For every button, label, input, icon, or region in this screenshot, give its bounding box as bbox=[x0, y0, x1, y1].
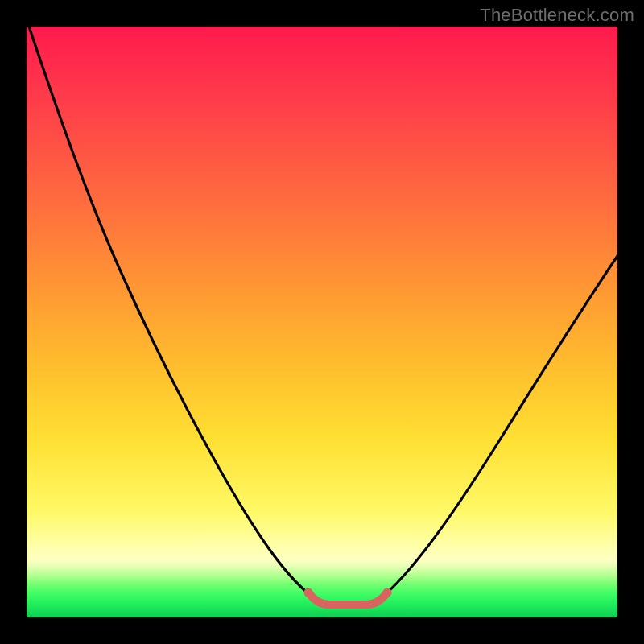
trough-end-right bbox=[383, 588, 392, 597]
plot-area bbox=[27, 27, 617, 617]
curve-path bbox=[29, 27, 617, 604]
bottleneck-curve bbox=[27, 27, 617, 617]
trough-end-left bbox=[304, 588, 313, 597]
chart-frame: TheBottleneck.com bbox=[0, 0, 644, 644]
watermark-text: TheBottleneck.com bbox=[480, 5, 634, 26]
curve-trough-highlight bbox=[308, 592, 387, 605]
